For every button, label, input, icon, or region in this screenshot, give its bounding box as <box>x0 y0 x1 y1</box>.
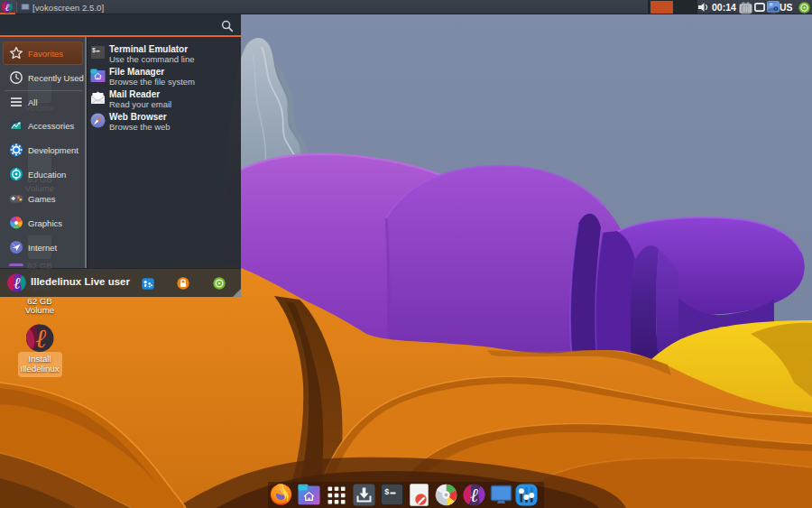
svg-text:ℓ: ℓ <box>470 485 478 506</box>
svg-text:ℓ: ℓ <box>5 2 10 13</box>
svg-text:$: $ <box>92 48 96 54</box>
svg-text:ℓ: ℓ <box>36 324 47 353</box>
svg-text:$: $ <box>384 488 390 497</box>
svg-text:ℓ: ℓ <box>14 274 21 292</box>
